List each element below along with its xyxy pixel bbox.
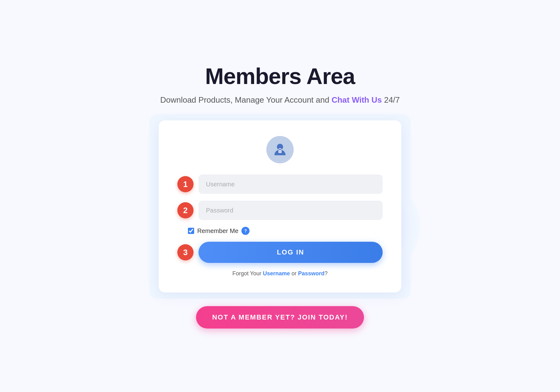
step-2-badge: 2 [177, 202, 194, 218]
subtitle-suffix: 24/7 [382, 95, 400, 105]
remember-me-row: Remember Me ? [188, 227, 393, 235]
remember-me-checkbox[interactable] [188, 228, 194, 234]
login-card: 1 2 Remember Me ? 3 LOG IN Forgot You [159, 120, 401, 292]
username-input[interactable] [198, 175, 383, 194]
step-3-badge: 3 [177, 244, 194, 260]
forgot-username-link[interactable]: Username [263, 270, 290, 277]
login-row: 3 LOG IN [177, 242, 383, 263]
user-svg [272, 142, 288, 158]
svg-point-0 [277, 144, 283, 150]
password-row: 2 [177, 201, 383, 220]
chat-with-us-link[interactable]: Chat With Us [332, 95, 382, 105]
forgot-middle: or [290, 270, 298, 277]
page-title: Members Area [205, 63, 355, 89]
step-1-badge: 1 [177, 176, 194, 192]
login-button[interactable]: LOG IN [198, 242, 383, 263]
page-wrapper: Members Area Download Products, Manage Y… [0, 51, 560, 341]
remember-me-label: Remember Me [197, 227, 238, 235]
forgot-prefix: Forgot Your [232, 270, 263, 277]
help-icon[interactable]: ? [241, 227, 250, 235]
forgot-row: Forgot Your Username or Password? [232, 270, 328, 277]
password-input[interactable] [198, 201, 383, 220]
forgot-suffix: ? [324, 270, 328, 277]
forgot-password-link[interactable]: Password [298, 270, 324, 277]
join-button[interactable]: NOT A MEMBER YET? JOIN TODAY! [196, 306, 364, 329]
user-avatar-icon [266, 136, 294, 163]
page-subtitle: Download Products, Manage Your Account a… [160, 95, 400, 105]
username-row: 1 [177, 175, 383, 194]
subtitle-text: Download Products, Manage Your Account a… [160, 95, 332, 105]
svg-point-2 [280, 152, 281, 152]
card-outer: 1 2 Remember Me ? 3 LOG IN Forgot You [159, 120, 401, 292]
